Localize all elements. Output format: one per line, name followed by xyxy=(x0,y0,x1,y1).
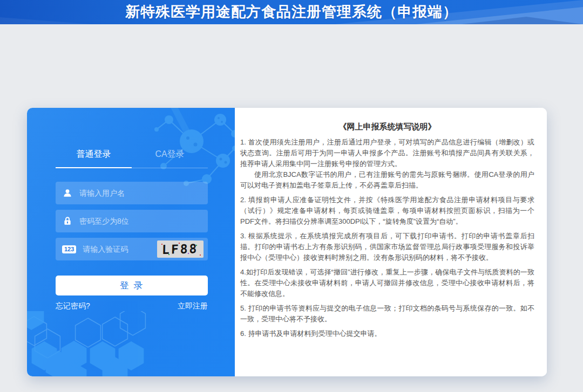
password-field[interactable] xyxy=(56,210,208,232)
instruction-paragraph: 使用北京BJCA数字证书的用户，已有注册账号的需先与原账号捆绑。使用CA登录的用… xyxy=(240,169,534,191)
tab-ca-login[interactable]: CA登录 xyxy=(132,149,208,168)
hexagon-decoration xyxy=(27,311,200,376)
login-form: 普通登录 CA登录 xyxy=(56,108,208,311)
tab-normal-login[interactable]: 普通登录 xyxy=(56,149,132,168)
register-now-link[interactable]: 立即注册 xyxy=(178,301,208,311)
instruction-paragraph: 4.如打印后发现错误，可选择“撤回”进行修改，重复上一步骤，确保电子文件与纸质资… xyxy=(240,267,534,299)
instructions-title: 《网上申报系统填写说明》 xyxy=(240,122,534,132)
user-icon xyxy=(62,188,73,198)
instruction-paragraph: 2. 填报前申请人应准备证明性文件，并按《特殊医学用途配方食品注册申请材料项目与… xyxy=(240,195,534,227)
login-tabs: 普通登录 CA登录 xyxy=(56,149,208,168)
password-input[interactable] xyxy=(79,217,201,225)
lock-icon xyxy=(62,216,73,226)
page-title: 新特殊医学用途配方食品注册管理系统（申报端） xyxy=(0,0,583,24)
captcha-123-icon: 123 xyxy=(62,244,76,255)
instruction-paragraph: 6. 持申请书及申请材料到受理中心提交申请。 xyxy=(240,328,534,339)
login-button[interactable]: 登 录 xyxy=(56,276,208,295)
captcha-input[interactable] xyxy=(83,245,157,253)
instruction-paragraph: 1. 首次使用须先注册用户，注册后通过用户登录，可对填写的产品信息进行编辑（增删… xyxy=(240,137,534,169)
forgot-password-link[interactable]: 忘记密码? xyxy=(56,301,90,311)
instruction-paragraph: 5. 打印的申请书等资料应与提交的电子信息一致；打印文档的条码号与系统保存的一致… xyxy=(240,303,534,325)
instruction-paragraph: 3. 根据系统提示，在系统填报完成所有项目后，可下载打印申请书。打印的申请书盖章… xyxy=(240,231,534,263)
username-field[interactable] xyxy=(56,182,208,204)
username-input[interactable] xyxy=(79,189,201,197)
captcha-text: LF88 xyxy=(162,242,199,257)
login-card: 普通登录 CA登录 xyxy=(27,108,547,376)
login-panel: 普通登录 CA登录 xyxy=(27,108,235,376)
login-links: 忘记密码? 立即注册 xyxy=(56,301,208,311)
instructions-panel: 《网上申报系统填写说明》 1. 首次使用须先注册用户，注册后通过用户登录，可对填… xyxy=(235,108,547,376)
captcha-image[interactable]: LF88 xyxy=(157,240,204,258)
top-banner: 新特殊医学用途配方食品注册管理系统（申报端） xyxy=(0,0,583,24)
captcha-field[interactable]: 123 LF88 xyxy=(56,238,208,260)
